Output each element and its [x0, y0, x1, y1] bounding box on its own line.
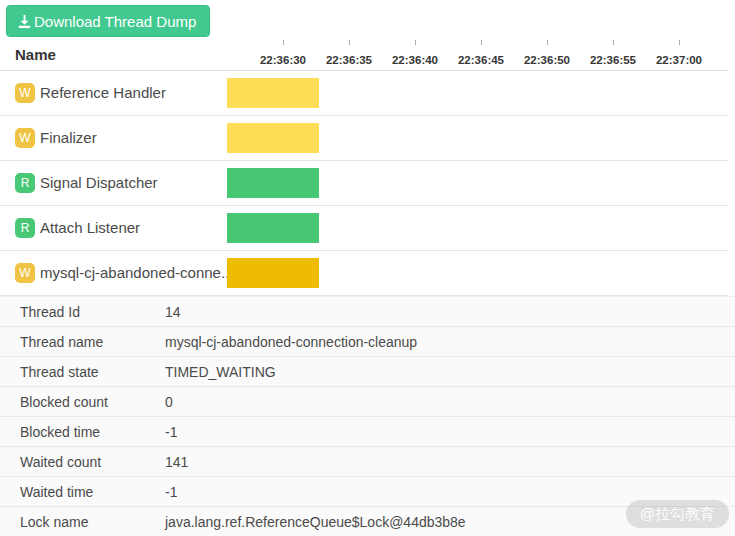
thread-row[interactable]: R Signal Dispatcher — [0, 161, 728, 206]
thread-state-bar[interactable] — [227, 168, 319, 198]
timeline-header: Download Thread Dump Name 22:36:30 22:36… — [0, 0, 728, 71]
detail-label: Lock name — [0, 514, 165, 530]
thread-state-badge: W — [15, 83, 35, 103]
detail-value: -1 — [165, 424, 735, 440]
thread-dump-panel: Download Thread Dump Name 22:36:30 22:36… — [0, 0, 735, 536]
tick-mark — [679, 40, 680, 45]
detail-row: Thread state TIMED_WAITING — [0, 357, 735, 387]
tick-label: 22:37:00 — [656, 54, 702, 66]
detail-value: -1 — [165, 484, 735, 500]
watermark-badge: @拉勾教育 — [626, 500, 729, 528]
name-column-header: Name — [15, 46, 56, 63]
detail-row: Thread Id 14 — [0, 297, 735, 327]
detail-row: Blocked time -1 — [0, 417, 735, 447]
download-button-label: Download Thread Dump — [34, 13, 196, 30]
tick-mark — [481, 40, 482, 45]
thread-name: mysql-cj-abandoned-conne... — [40, 264, 233, 281]
detail-value: TIMED_WAITING — [165, 364, 735, 380]
detail-label: Blocked time — [0, 424, 165, 440]
tick-mark — [283, 40, 284, 45]
thread-state-bar[interactable] — [227, 258, 319, 288]
tick-label: 22:36:40 — [392, 54, 438, 66]
detail-row: Blocked count 0 — [0, 387, 735, 417]
detail-row: Waited count 141 — [0, 447, 735, 477]
thread-state-badge: R — [15, 218, 35, 238]
thread-row[interactable]: W mysql-cj-abandoned-conne... — [0, 251, 728, 296]
thread-detail-table: Thread Id 14 Thread name mysql-cj-abando… — [0, 296, 735, 536]
detail-value: 141 — [165, 454, 735, 470]
thread-state-bar[interactable] — [227, 123, 319, 153]
thread-name: Reference Handler — [40, 84, 166, 101]
download-thread-dump-button[interactable]: Download Thread Dump — [6, 5, 210, 37]
tick-label: 22:36:35 — [326, 54, 372, 66]
detail-label: Waited count — [0, 454, 165, 470]
thread-name: Signal Dispatcher — [40, 174, 158, 191]
detail-label: Blocked count — [0, 394, 165, 410]
thread-name: Attach Listener — [40, 219, 140, 236]
download-icon — [17, 14, 32, 29]
detail-value: 14 — [165, 304, 735, 320]
tick-label: 22:36:45 — [458, 54, 504, 66]
thread-row[interactable]: W Finalizer — [0, 116, 728, 161]
detail-label: Waited time — [0, 484, 165, 500]
detail-label: Thread state — [0, 364, 165, 380]
thread-state-bar[interactable] — [227, 213, 319, 243]
thread-state-badge: W — [15, 263, 35, 283]
detail-row: Waited time -1 — [0, 477, 735, 507]
tick-mark — [613, 40, 614, 45]
thread-name: Finalizer — [40, 129, 97, 146]
thread-state-badge: W — [15, 128, 35, 148]
tick-mark — [349, 40, 350, 45]
tick-label: 22:36:50 — [524, 54, 570, 66]
thread-row[interactable]: W Reference Handler — [0, 71, 728, 116]
detail-row: Thread name mysql-cj-abandoned-connectio… — [0, 327, 735, 357]
thread-row[interactable]: R Attach Listener — [0, 206, 728, 251]
time-axis-tick: 22:37:00 — [639, 50, 719, 68]
detail-value: 0 — [165, 394, 735, 410]
tick-mark — [547, 40, 548, 45]
thread-state-bar[interactable] — [227, 78, 319, 108]
detail-label: Thread Id — [0, 304, 165, 320]
detail-row: Lock name java.lang.ref.ReferenceQueue$L… — [0, 507, 735, 536]
thread-state-badge: R — [15, 173, 35, 193]
detail-value: mysql-cj-abandoned-connection-cleanup — [165, 334, 735, 350]
detail-label: Thread name — [0, 334, 165, 350]
tick-label: 22:36:55 — [590, 54, 636, 66]
tick-mark — [415, 40, 416, 45]
tick-label: 22:36:30 — [260, 54, 306, 66]
